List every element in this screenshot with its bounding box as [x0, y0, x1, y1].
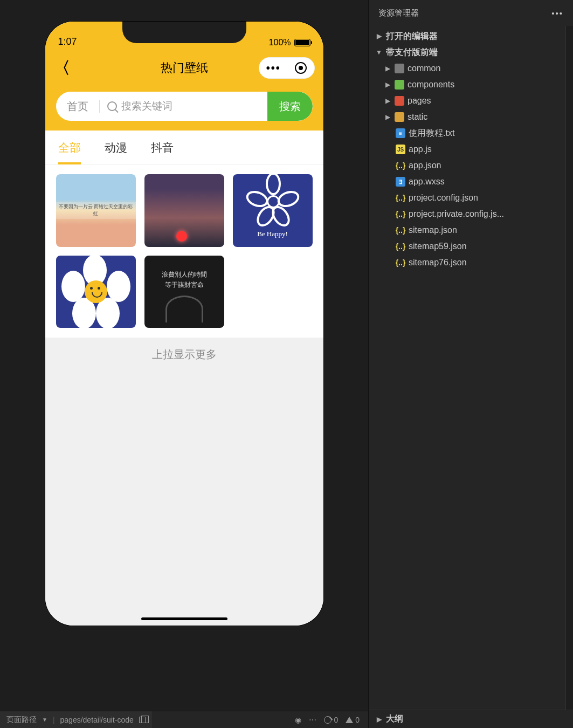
section-outline[interactable]: ▶ 大纲 [369, 710, 573, 728]
chevron-right-icon: ▶ [375, 716, 383, 723]
tab-anime[interactable]: 动漫 [105, 140, 127, 164]
folder-icon [395, 96, 404, 106]
search-box: 首页 搜索关键词 搜索 [56, 92, 313, 121]
category-tabs: 全部 动漫 抖音 [45, 131, 323, 164]
json-file-icon: {..} [396, 258, 405, 267]
chevron-right-icon: ▶ [375, 32, 383, 40]
folder-pages[interactable]: ▶ pages [369, 93, 565, 109]
errors-count[interactable]: 0 [324, 716, 338, 724]
close-target-icon[interactable] [295, 62, 307, 74]
explorer-panel: 资源管理器 ••• ▶ 打开的编辑器 ▼ 带支付版前端 ▶ common [368, 0, 573, 728]
warnings-count[interactable]: 0 [346, 716, 360, 724]
tab-douyin[interactable]: 抖音 [151, 140, 174, 164]
battery-percent: 100% [269, 38, 291, 47]
wallpaper-thumb[interactable] [144, 174, 224, 247]
folder-common[interactable]: ▶ common [369, 60, 565, 77]
battery-icon [294, 39, 310, 46]
capsule-menu[interactable]: ••• [259, 57, 315, 79]
file-row[interactable]: {..} sitemap59.json [369, 238, 565, 255]
file-row[interactable]: {..} app.json [369, 157, 565, 174]
tab-all[interactable]: 全部 [58, 140, 81, 164]
json-file-icon: {..} [396, 225, 405, 235]
copy-icon[interactable] [139, 717, 146, 723]
load-more-hint: 上拉显示更多 [45, 338, 323, 372]
more-icon[interactable]: ••• [266, 62, 281, 74]
explorer-more-icon[interactable]: ••• [551, 9, 563, 18]
home-indicator [141, 617, 227, 620]
search-area: 首页 搜索关键词 搜索 [45, 86, 323, 131]
nav-bar: 〈 热门壁纸 ••• [45, 50, 323, 86]
json-file-icon: {..} [396, 242, 405, 251]
preview-pane: 1:07 100% 〈 热门壁纸 ••• 首页 [0, 0, 368, 728]
search-input[interactable]: 搜索关键词 [100, 99, 267, 113]
file-row[interactable]: {..} sitemap76.json [369, 255, 565, 271]
json-file-icon: {..} [396, 209, 405, 219]
status-time: 1:07 [58, 36, 77, 47]
txt-file-icon: ≡ [396, 128, 405, 138]
path-value[interactable]: pages/detail/suit-code [60, 716, 134, 724]
file-row[interactable]: {..} project.config.json [369, 190, 565, 206]
phone-simulator: 1:07 100% 〈 热门壁纸 ••• 首页 [45, 22, 323, 626]
wallpaper-thumb[interactable] [56, 256, 136, 328]
json-file-icon: {..} [396, 193, 405, 203]
explorer-header: 资源管理器 ••• [369, 0, 573, 26]
folder-icon [395, 64, 404, 73]
more-dots-icon[interactable]: ⋯ [309, 716, 316, 724]
chevron-right-icon: ▶ [384, 97, 391, 105]
thumb-text-line2: 等于謀財害命 [165, 280, 204, 290]
search-placeholder: 搜索关键词 [121, 99, 172, 113]
thumb-text: 不要因为一片云 而错过天空里的彩虹 [56, 202, 136, 219]
thumb-text-line1: 浪費別人的時間 [162, 270, 207, 280]
folder-icon [395, 80, 404, 90]
section-project[interactable]: ▼ 带支付版前端 [369, 44, 565, 60]
preview-bottom-bar: 页面路径 ▼ | pages/detail/suit-code [0, 711, 152, 728]
file-row[interactable]: ∃ app.wxss [369, 174, 565, 190]
phone-notch [122, 22, 246, 43]
chevron-right-icon: ▶ [384, 65, 391, 72]
status-bar-bottom: ◉ ⋯ 0 0 [152, 711, 368, 728]
chevron-down-icon: ▼ [375, 49, 383, 56]
folder-static[interactable]: ▶ static [369, 109, 565, 125]
scrollbar[interactable] [565, 26, 573, 710]
wallpaper-thumb[interactable]: 浪費別人的時間 等于謀財害命 [144, 256, 224, 328]
search-icon [107, 101, 117, 111]
chevron-right-icon: ▶ [384, 113, 391, 121]
page-title: 热门壁纸 [161, 60, 208, 76]
json-file-icon: {..} [396, 161, 405, 170]
wallpaper-grid: 不要因为一片云 而错过天空里的彩虹 Be Happy! [45, 164, 323, 338]
file-row[interactable]: JS app.js [369, 141, 565, 157]
back-button[interactable]: 〈 [54, 57, 70, 79]
folder-icon [395, 112, 404, 122]
file-tree: ▶ 打开的编辑器 ▼ 带支付版前端 ▶ common ▶ components [369, 26, 565, 710]
wallpaper-thumb[interactable]: Be Happy! [233, 174, 313, 247]
eye-icon[interactable]: ◉ [295, 716, 301, 724]
file-row[interactable]: {..} sitemap.json [369, 222, 565, 238]
search-button[interactable]: 搜索 [267, 92, 313, 121]
folder-components[interactable]: ▶ components [369, 77, 565, 93]
js-file-icon: JS [396, 145, 405, 154]
file-row[interactable]: ≡ 使用教程.txt [369, 125, 565, 141]
thumb-caption: Be Happy! [257, 230, 288, 238]
chevron-right-icon: ▶ [384, 81, 391, 88]
section-open-editors[interactable]: ▶ 打开的编辑器 [369, 28, 565, 44]
search-home-button[interactable]: 首页 [56, 100, 100, 113]
path-label: 页面路径 [6, 715, 37, 725]
wallpaper-thumb[interactable]: 不要因为一片云 而错过天空里的彩虹 [56, 174, 136, 247]
wxss-file-icon: ∃ [396, 177, 405, 187]
file-row[interactable]: {..} project.private.config.js... [369, 206, 565, 222]
explorer-title: 资源管理器 [378, 8, 419, 18]
